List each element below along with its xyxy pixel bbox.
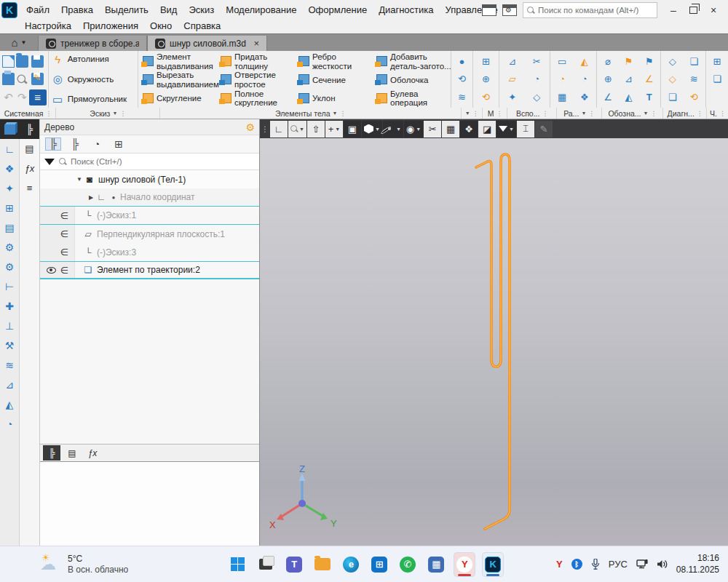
window-layout-icon[interactable] (482, 4, 496, 16)
label-collapsed-1[interactable]: ▼⋮ (462, 108, 483, 119)
yandex-browser-button[interactable]: Y (454, 552, 475, 577)
command-search[interactable] (523, 2, 657, 18)
solid-compare-icon[interactable]: ❏ (689, 56, 700, 67)
microphone-icon[interactable] (591, 559, 600, 570)
curvature-comb-icon[interactable]: ≋ (689, 73, 700, 84)
surface-sweep-icon[interactable]: ◭ (579, 56, 590, 67)
measure-check-icon[interactable]: ⟲ (689, 92, 700, 103)
sheet-metal-tab[interactable]: ◭ (0, 394, 20, 414)
diameter-dim-icon[interactable]: ⊕ (603, 73, 614, 84)
menu-sketch[interactable]: Эскиз (183, 1, 220, 18)
check-surface-icon[interactable]: ◇ (667, 73, 678, 84)
new-document-button[interactable] (1, 52, 15, 71)
label-m[interactable]: М⋮ (483, 108, 508, 119)
redo-button[interactable]: ↷ (15, 88, 29, 106)
angle-dim-icon[interactable]: ⊿ (623, 73, 634, 84)
menu-window[interactable]: Окно (144, 17, 178, 34)
spline-icon[interactable]: ⟲ (456, 73, 467, 84)
tab-close-icon[interactable]: × (253, 38, 259, 49)
variables-bottom-tab[interactable]: ƒx (84, 445, 101, 461)
label-system[interactable]: Системная⋮ (0, 108, 56, 119)
tree-item-sketch-1[interactable]: ∈ └ (-)Эскиз:1 (40, 207, 259, 225)
boolean-button[interactable]: Булева операция (375, 89, 453, 108)
copy-geometry-icon[interactable]: ✂ (531, 56, 542, 67)
tree-bottom-tab[interactable]: ╠ (43, 445, 60, 461)
menu-applications[interactable]: Приложения (77, 17, 144, 34)
thicken-button[interactable]: Придать толщину (219, 52, 297, 71)
simple-hole-button[interactable]: Отверстие простое (219, 71, 297, 89)
valves-tab[interactable]: ⊥ (0, 316, 20, 335)
circle-button[interactable]: ◎ Окружность (52, 73, 135, 86)
clock-widget[interactable]: 18:16 08.11.2025 (676, 553, 719, 575)
level-mark-icon[interactable]: ∠ (644, 73, 654, 84)
menu-settings[interactable]: Настройка (19, 17, 77, 34)
surface-revolve-icon[interactable]: ◔ (557, 73, 568, 84)
section-button[interactable]: Сечение (297, 71, 375, 89)
eye-icon[interactable] (47, 267, 56, 274)
array-sphere-icon[interactable]: ⊕ (480, 73, 491, 84)
aux-axis-icon[interactable]: ⊿ (507, 56, 518, 67)
tree-relations-button[interactable]: ◔ (90, 138, 104, 150)
menu-select[interactable]: Выделить (99, 1, 154, 18)
panel-menu-button[interactable]: ≡ (20, 178, 39, 198)
autoline-button[interactable]: ϟ Автолиния (52, 53, 135, 65)
label-notation[interactable]: Обозна...▼⋮ (602, 108, 664, 119)
piping-tab[interactable]: ⊢ (0, 276, 20, 296)
tools-tab[interactable]: ⊿ (0, 375, 20, 394)
roughness-icon[interactable]: ⌀ (603, 56, 614, 67)
settings-tab-2[interactable]: ⚙ (0, 257, 20, 276)
solid-modeling-tab[interactable] (0, 119, 20, 139)
undo-button[interactable]: ↶ (1, 88, 15, 106)
expander-open-icon[interactable]: ▼ (75, 176, 84, 183)
weather-widget[interactable]: ☀☁ 5°C В осн. облачно (40, 554, 128, 575)
drawing-view-icon[interactable]: ❏ (712, 73, 723, 84)
surfaces-tab[interactable]: ❖ (0, 159, 20, 178)
network-icon[interactable] (636, 559, 648, 569)
whatsapp-button[interactable]: ✆ (397, 552, 419, 577)
teams-app-button[interactable]: T (283, 552, 305, 577)
check-curve-icon[interactable]: ◇ (667, 56, 678, 67)
sketch-tools-tab[interactable]: ∟ (0, 139, 20, 159)
flag-note-icon[interactable]: ⚑ (644, 56, 654, 67)
menu-view[interactable]: Вид (154, 1, 183, 18)
direct-edit-tab[interactable]: ✦ (0, 178, 20, 198)
variables-panel-tab[interactable]: ƒx (20, 159, 39, 178)
window-settings-icon[interactable] (502, 4, 517, 16)
preview-button[interactable] (15, 71, 29, 89)
welding-tab[interactable]: ⚒ (0, 335, 20, 355)
draft-button[interactable]: Уклон (297, 89, 375, 108)
array-grid-icon[interactable]: ⊞ (480, 56, 491, 67)
surface-patch-icon[interactable]: ▭ (557, 56, 568, 67)
kompas-app-button[interactable]: K (482, 552, 504, 577)
aux-plane-icon[interactable]: ▱ (507, 73, 518, 84)
cut-extrude-button[interactable]: Вырезать выдавливанием (141, 71, 219, 89)
aux-point-icon[interactable]: ✦ (507, 92, 518, 103)
rectangle-button[interactable]: ▭ Прямоугольник (52, 93, 135, 105)
full-round-fillet-button[interactable]: Полное скругление (219, 89, 297, 108)
tree-sequence-view-button[interactable]: ╠ (68, 138, 82, 150)
open-button[interactable] (15, 52, 29, 71)
tree-search[interactable] (40, 154, 259, 170)
speaker-icon[interactable] (657, 559, 668, 569)
main-menu-button[interactable]: ≡ (29, 88, 47, 106)
local-cs-icon[interactable]: ◔ (531, 73, 542, 84)
tree-item-sketch-3[interactable]: ∈ └ (-)Эскиз:3 (40, 243, 259, 261)
solid-check-icon[interactable]: ❏ (667, 92, 678, 103)
menu-annotation[interactable]: Оформление (302, 1, 373, 18)
add-stock-part-button[interactable]: Добавить деталь-загото... (375, 52, 453, 71)
edge-browser-button[interactable]: e (340, 552, 362, 577)
assembly-tools-tab[interactable]: ✚ (0, 296, 20, 316)
tree-search-input[interactable] (71, 157, 255, 166)
close-button[interactable]: × (703, 4, 724, 16)
restore-button[interactable] (689, 7, 697, 14)
tree-item-origin[interactable]: ▶ ∟ ● Начало координат (40, 188, 259, 207)
surface-knit-icon[interactable]: ❖ (579, 92, 590, 103)
label-surfaces[interactable]: Ра...▼⋮ (557, 108, 602, 119)
calculator-button[interactable]: ▦ (425, 552, 447, 577)
text-icon[interactable]: T (644, 92, 654, 103)
point-icon[interactable]: ● (456, 56, 467, 67)
surface-loft-icon[interactable]: ◔ (579, 73, 590, 84)
minimize-button[interactable]: – (663, 4, 684, 16)
spiral-icon[interactable]: ⟲ (480, 92, 491, 103)
tree-item-perpendicular-plane[interactable]: ∈ ▱ Перпендикулярная плоскость:1 (40, 225, 259, 243)
